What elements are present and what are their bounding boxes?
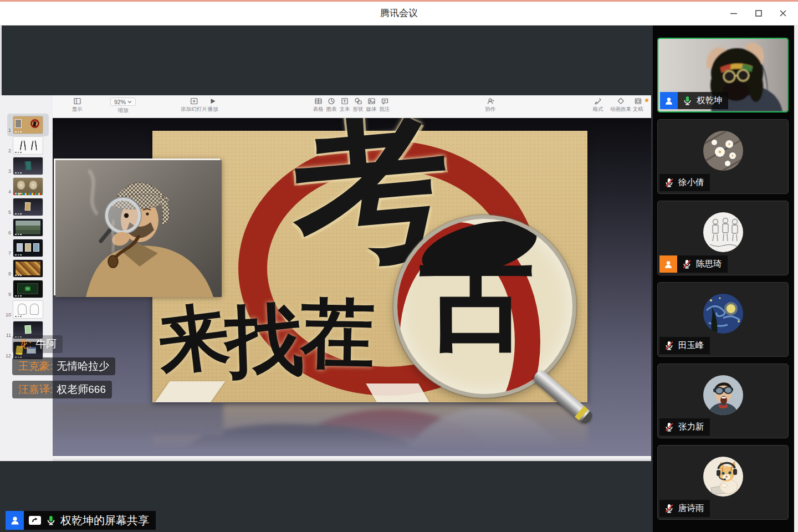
person-icon: [663, 259, 673, 269]
toolbar-comment-button[interactable]: 批注: [380, 98, 390, 113]
slide-thumbnail-6[interactable]: [13, 219, 43, 236]
toolbar-chart-button[interactable]: 图表: [326, 98, 337, 113]
chart-icon: [328, 98, 335, 105]
wps-statusbar: [53, 456, 651, 461]
avatar-flowers: [703, 131, 743, 171]
slide-thumbnail-1[interactable]: [13, 116, 43, 134]
play-icon: [209, 98, 217, 105]
share-banner-text: 权乾坤的屏幕共享: [60, 513, 149, 528]
toolbar-collab-button[interactable]: 协作: [485, 98, 496, 113]
host-badge: [660, 92, 678, 109]
mic-muted-icon: [682, 259, 692, 269]
minimize-icon: [729, 9, 738, 18]
maximize-button[interactable]: [750, 7, 767, 20]
slide-row-1: 1: [0, 116, 53, 134]
toolbar-text-button[interactable]: 文本: [340, 98, 350, 113]
animation-diamond-icon: [617, 98, 625, 105]
slide-row-5: 5: [0, 198, 53, 216]
shapes-icon: [354, 98, 362, 105]
zoom-dropdown[interactable]: 92%: [110, 98, 136, 106]
mic-muted-icon: [664, 177, 674, 188]
slide-row-7: 7: [0, 239, 53, 257]
tape-right: [366, 383, 429, 402]
slide-thumbnail-10[interactable]: [13, 301, 43, 318]
participant-tile-xuxiaoqian[interactable]: 徐小倩: [657, 119, 789, 194]
slide-thumbnail-2[interactable]: [13, 137, 43, 154]
mic-on-icon: [682, 95, 693, 106]
close-button[interactable]: [775, 7, 791, 20]
participant-name: 唐诗雨: [678, 503, 704, 514]
participant-name: 陈思琦: [696, 258, 722, 270]
close-icon: [779, 9, 787, 18]
media-icon: [367, 98, 375, 105]
slide-row-10: 10: [0, 301, 53, 318]
participant-tile-zhanglixin[interactable]: 张力新: [657, 364, 789, 438]
cohost-badge: [659, 255, 677, 273]
presentation-canvas: 考 来找茬 古: [53, 118, 651, 456]
toolbar-play-button[interactable]: 播放: [208, 98, 218, 113]
slide-row-3: 3: [0, 157, 53, 175]
toolbar-zoom-control[interactable]: 92% 缩放: [110, 98, 136, 114]
slide-thumbnail-panel: 1 2 3: [0, 95, 53, 461]
slide-thumbnail-4[interactable]: [13, 178, 43, 195]
magnifier-glass: 古: [393, 215, 576, 398]
sidebar-scrollbar[interactable]: [794, 25, 798, 532]
wps-toolbar: 显示 92% 缩放 添加幻灯片 播放 表格: [53, 95, 651, 118]
notification-dot: [645, 99, 648, 102]
screen-share-view: 显示 92% 缩放 添加幻灯片 播放 表格: [0, 25, 653, 532]
screen-share-icon: [28, 515, 42, 526]
slide-row-8: 8: [0, 260, 53, 277]
maximize-icon: [754, 9, 763, 18]
participant-tile-tangshiyu[interactable]: 唐诗雨: [657, 445, 789, 520]
person-icon: [9, 515, 21, 526]
participant-name: 权乾坤: [697, 95, 723, 106]
chat-message-2: 王克豪: 无情哈拉少: [12, 357, 115, 375]
slide-thumbnail-8[interactable]: [13, 260, 43, 277]
slide-thumbnail-9[interactable]: [13, 280, 43, 298]
mic-active-icon: [45, 515, 57, 526]
participant-name: 徐小倩: [678, 177, 704, 188]
chevron-down-icon: [127, 100, 132, 104]
toolbar-document-button[interactable]: 文稿: [633, 98, 643, 113]
slide-subtitle: 来找茬: [158, 285, 375, 390]
calligraphy-char-gu: 古: [420, 234, 535, 361]
window-titlebar: 腾讯会议: [0, 0, 798, 25]
toolbar-table-button[interactable]: 表格: [313, 98, 324, 113]
slide-row-2: 2: [0, 137, 53, 154]
slide-row-4: 4: [0, 178, 53, 195]
format-brush-icon: [595, 98, 602, 105]
toolbar-add-slide-button[interactable]: 添加幻灯片: [181, 98, 207, 113]
avatar-starry-night: [703, 294, 743, 334]
text-icon: [341, 98, 349, 105]
panel-layout-icon: [73, 98, 81, 105]
slide-row-6: 6: [0, 219, 53, 236]
toolbar-shapes-button[interactable]: 形状: [353, 98, 364, 113]
avatar-sketch-figures: [703, 212, 743, 252]
toolbar-format-button[interactable]: 格式: [593, 98, 603, 113]
slide-thumbnail-5[interactable]: [13, 198, 43, 216]
app-window: 腾讯会议 显示 92% 缩放: [0, 0, 798, 532]
chat-message-3: 汪嘉译: 权老师666: [12, 381, 112, 398]
screen-share-banner: 权乾坤的屏幕共享: [6, 511, 156, 530]
participant-name: 田玉峰: [678, 340, 704, 351]
participant-tile-tianyufeng[interactable]: 田玉峰: [657, 282, 789, 357]
avatar-goggles-person: [703, 375, 743, 415]
toolbar-animation-button[interactable]: 动画效果: [610, 98, 631, 113]
minimize-button[interactable]: [725, 7, 742, 20]
document-icon: [634, 98, 642, 105]
participant-sidebar: 权乾坤: [653, 25, 798, 532]
detective-illustration: [55, 160, 222, 297]
toolbar-media-button[interactable]: 媒体: [366, 98, 377, 113]
add-slide-icon: [190, 98, 198, 105]
table-icon: [314, 98, 322, 105]
slide-thumbnail-7[interactable]: [13, 239, 43, 257]
collaborate-icon: [487, 98, 494, 105]
person-icon: [664, 96, 674, 106]
toolbar-display-button[interactable]: 显示: [72, 98, 83, 113]
slide-reflection: [53, 403, 651, 456]
participant-tile-quanqiankun[interactable]: 权乾坤: [657, 38, 789, 112]
detective-photo: [54, 158, 220, 295]
participant-tile-chensiqi[interactable]: 陈思琦: [657, 201, 789, 275]
mic-muted-icon: [664, 340, 674, 351]
slide-thumbnail-3[interactable]: [13, 157, 43, 175]
